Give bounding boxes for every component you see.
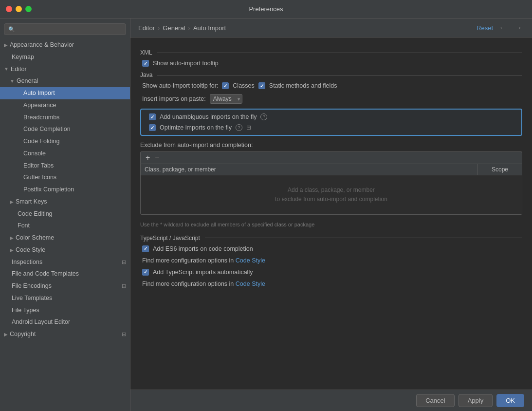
sidebar-item-smart-keys[interactable]: ▶Smart Keys (0, 196, 130, 208)
sidebar-item-editor-tabs[interactable]: Editor Tabs (0, 160, 130, 172)
sidebar-item-label-file-code-templates: File and Code Templates (12, 269, 79, 279)
sidebar-item-badge-inspections: ⊟ (122, 258, 126, 266)
apply-button[interactable]: Apply (459, 394, 493, 407)
bottom-bar: Cancel Apply OK (130, 390, 532, 411)
tree-arrow-editor: ▼ (4, 65, 9, 73)
sidebar-item-editor[interactable]: ▼Editor (0, 63, 130, 75)
add-unambiguous-row: Add unambiguous imports on the fly ? (147, 113, 515, 120)
sidebar-item-android-layout-editor[interactable]: Android Layout Editor (0, 316, 130, 328)
sidebar-item-code-folding[interactable]: Code Folding (0, 135, 130, 148)
add-es6-checkbox[interactable] (142, 245, 149, 252)
sidebar-item-appearance[interactable]: Appearance (0, 99, 130, 112)
insert-imports-label: Insert imports on paste: (142, 95, 206, 102)
sidebar-item-color-scheme[interactable]: ▶Color Scheme (0, 232, 130, 244)
sidebar-item-label-auto-import: Auto Import (23, 89, 55, 98)
highlight-box: Add unambiguous imports on the fly ? Opt… (140, 109, 522, 136)
sidebar-item-code-completion[interactable]: Code Completion (0, 123, 130, 135)
search-box[interactable]: 🔍 (4, 23, 126, 35)
sidebar-item-code-style[interactable]: ▶Code Style (0, 244, 130, 256)
breadcrumb-general: General (163, 24, 185, 32)
sidebar-item-label-code-editing: Code Editing (18, 209, 53, 219)
sidebar-item-label-editor: Editor (11, 65, 27, 74)
sidebar-item-general[interactable]: ▼General (0, 75, 130, 87)
title-bar: Preferences (0, 0, 532, 19)
sidebar-item-label-editor-tabs: Editor Tabs (23, 161, 54, 170)
top-bar-actions: Reset ← → (477, 22, 524, 33)
sidebar-item-label-code-completion: Code Completion (23, 125, 71, 134)
add-unambiguous-checkbox[interactable] (149, 113, 156, 120)
sidebar-item-badge-file-encodings: ⊟ (122, 282, 126, 290)
sidebar-item-label-copyright: Copyright (10, 330, 36, 339)
reset-button[interactable]: Reset (477, 24, 493, 32)
sidebar-item-breadcrumbs[interactable]: Breadcrumbs (0, 112, 130, 124)
tree-arrow-general: ▼ (10, 77, 15, 85)
add-unambiguous-help-icon[interactable]: ? (260, 113, 267, 120)
code-style-link-1[interactable]: Code Style (236, 257, 265, 264)
sidebar-item-live-templates[interactable]: Live Templates (0, 292, 130, 304)
maximize-button[interactable] (25, 6, 32, 12)
table-toolbar: + − (140, 151, 522, 164)
traffic-lights (6, 6, 32, 12)
sidebar-item-auto-import[interactable]: Auto Import (0, 87, 130, 99)
optimize-imports-checkbox[interactable] (149, 124, 156, 131)
breadcrumb-sep-1: › (158, 24, 160, 32)
close-button[interactable] (6, 6, 12, 12)
show-tooltip-label: Show auto-import tooltip for: (142, 82, 218, 89)
code-style-link-2[interactable]: Code Style (236, 280, 265, 287)
add-ts-checkbox[interactable] (142, 269, 149, 276)
sidebar-item-console[interactable]: Console (0, 148, 130, 160)
col-class-header: Class, package, or member (141, 164, 478, 175)
sidebar-item-label-appearance: Appearance (23, 101, 56, 110)
forward-button[interactable]: → (513, 22, 524, 33)
tree-arrow-smart-keys: ▶ (10, 198, 14, 206)
sidebar: 🔍 ▶Appearance & BehaviorKeymap▼Editor▼Ge… (0, 19, 130, 411)
find-more-ts-row: Find more configuration options in Code … (140, 280, 522, 287)
sidebar-item-label-gutter-icons: Gutter Icons (23, 173, 56, 182)
sidebar-item-keymap[interactable]: Keymap (0, 51, 130, 63)
sidebar-item-postfix-completion[interactable]: Postfix Completion (0, 184, 130, 196)
sidebar-item-copyright[interactable]: ▶Copyright⊟ (0, 328, 130, 340)
sidebar-item-file-types[interactable]: File Types (0, 304, 130, 317)
optimize-imports-help-icon[interactable]: ? (236, 124, 242, 131)
add-exclude-button[interactable]: + (144, 154, 152, 162)
sidebar-item-label-keymap: Keymap (12, 53, 34, 62)
sidebar-item-label-code-folding: Code Folding (23, 137, 59, 146)
table-body: Add a class, package, or member to exclu… (141, 175, 522, 214)
ok-button[interactable]: OK (496, 394, 524, 407)
back-button[interactable]: ← (497, 22, 509, 33)
insert-imports-dropdown[interactable]: Always Ask Never (210, 94, 242, 104)
remove-exclude-button[interactable]: − (153, 154, 161, 162)
sidebar-item-file-encodings[interactable]: File Encodings⊟ (0, 280, 130, 292)
minimize-button[interactable] (16, 6, 22, 12)
sidebar-item-code-editing[interactable]: Code Editing (0, 208, 130, 220)
wildcard-note: Use the * wildcard to exclude all member… (140, 221, 522, 229)
sidebar-item-label-inspections: Inspections (12, 258, 42, 267)
col-scope-header: Scope (478, 164, 522, 175)
optimize-imports-label: Optimize imports on the fly (160, 124, 232, 131)
sidebar-item-label-postfix-completion: Postfix Completion (23, 185, 74, 194)
sidebar-item-label-code-style: Code Style (16, 245, 45, 255)
sidebar-item-label-live-templates: Live Templates (12, 294, 52, 303)
sidebar-item-label-font: Font (18, 221, 30, 230)
classes-label: Classes (233, 82, 254, 89)
table-header: Class, package, or member Scope (141, 164, 522, 175)
search-input[interactable] (18, 26, 122, 33)
static-methods-checkbox[interactable] (258, 82, 265, 89)
classes-checkbox[interactable] (222, 82, 229, 89)
sidebar-item-label-console: Console (23, 149, 46, 158)
sidebar-item-file-code-templates[interactable]: File and Code Templates (0, 268, 130, 280)
sidebar-item-label-appearance-behavior: Appearance & Behavior (10, 40, 74, 50)
cancel-button[interactable]: Cancel (416, 394, 454, 407)
sidebar-item-inspections[interactable]: Inspections⊟ (0, 256, 130, 268)
content-area: Editor › General › Auto Import Reset ← →… (130, 19, 532, 411)
exclude-section: Exclude from auto-import and completion:… (140, 142, 522, 215)
sidebar-item-label-general: General (17, 76, 38, 86)
sidebar-item-label-file-types: File Types (12, 306, 39, 315)
show-xml-tooltip-checkbox[interactable] (142, 60, 149, 67)
sidebar-item-font[interactable]: Font (0, 220, 130, 232)
sidebar-item-gutter-icons[interactable]: Gutter Icons (0, 171, 130, 184)
sidebar-item-appearance-behavior[interactable]: ▶Appearance & Behavior (0, 39, 130, 51)
add-ts-row: Add TypeScript imports automatically (140, 269, 522, 276)
exclude-label: Exclude from auto-import and completion: (140, 142, 522, 149)
static-methods-label: Static methods and fields (269, 82, 337, 89)
